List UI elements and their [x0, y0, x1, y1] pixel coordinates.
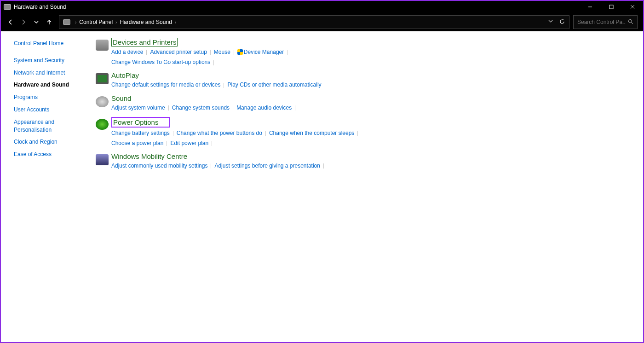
sound-icon — [96, 96, 109, 107]
link-choose-a-power-plan[interactable]: Choose a power plan — [111, 140, 163, 146]
link-manage-audio-devices[interactable]: Manage audio devices — [236, 105, 292, 111]
search-box[interactable] — [573, 15, 638, 29]
sidebar-item-programs[interactable]: Programs — [14, 93, 88, 101]
window-title: Hardware and Sound — [14, 4, 66, 10]
back-button[interactable] — [5, 16, 17, 29]
category-power-options: Power OptionsChange battery settingsChan… — [93, 117, 634, 148]
address-icon — [63, 19, 70, 25]
link-mouse[interactable]: Mouse — [214, 49, 230, 55]
recent-dropdown[interactable] — [30, 16, 42, 29]
search-icon — [628, 19, 633, 26]
app-icon — [4, 4, 11, 10]
address-bar[interactable]: › Control Panel › Hardware and Sound › — [59, 15, 569, 29]
category-devices-and-printers: Devices and PrintersAdd a deviceAdvanced… — [93, 38, 634, 67]
chevron-right-icon: › — [115, 20, 117, 25]
up-button[interactable] — [43, 16, 55, 29]
separator — [325, 83, 325, 88]
separator — [167, 141, 167, 146]
separator — [224, 83, 224, 88]
sidebar-item-system-and-security[interactable]: System and Security — [14, 57, 88, 64]
link-change-default-settings-for-media-or-devices[interactable]: Change default settings for media or dev… — [111, 81, 220, 88]
sidebar-item-ease-of-access[interactable]: Ease of Access — [14, 151, 88, 158]
main-panel: Devices and PrintersAdd a deviceAdvanced… — [93, 31, 643, 342]
separator — [295, 105, 295, 110]
link-change-when-the-computer-sleeps[interactable]: Change when the computer sleeps — [269, 130, 354, 136]
navbar: › Control Panel › Hardware and Sound › — [1, 13, 643, 31]
sidebar-item-hardware-and-sound[interactable]: Hardware and Sound — [14, 81, 88, 89]
shield-icon — [237, 49, 243, 55]
forward-button[interactable] — [17, 16, 29, 29]
category-title[interactable]: Sound — [111, 94, 131, 102]
power-icon — [96, 119, 109, 130]
separator — [265, 131, 266, 136]
autoplay-icon — [96, 73, 109, 84]
titlebar: Hardware and Sound — [1, 1, 643, 13]
printer-icon — [96, 40, 109, 51]
close-button[interactable] — [622, 1, 643, 13]
link-add-a-device[interactable]: Add a device — [111, 49, 143, 55]
separator — [287, 50, 288, 55]
category-title[interactable]: AutoPlay — [111, 71, 139, 79]
breadcrumb-hardware-and-sound[interactable]: Hardware and Sound — [120, 19, 172, 25]
link-adjust-settings-before-giving-a-presentation[interactable]: Adjust settings before giving a presenta… — [214, 163, 320, 169]
separator — [213, 60, 214, 65]
separator — [210, 50, 211, 55]
link-adjust-commonly-used-mobility-settings[interactable]: Adjust commonly used mobility settings — [111, 163, 207, 169]
separator — [212, 141, 212, 146]
separator — [168, 105, 169, 110]
address-history-dropdown[interactable] — [548, 18, 553, 26]
category-sound: SoundAdjust system volumeChange system s… — [93, 94, 634, 112]
separator — [173, 131, 173, 136]
separator — [146, 50, 147, 55]
sidebar-item-network-and-internet[interactable]: Network and Internet — [14, 69, 88, 77]
sidebar-item-clock-and-region[interactable]: Clock and Region — [14, 138, 88, 146]
maximize-button[interactable] — [601, 1, 622, 13]
link-change-system-sounds[interactable]: Change system sounds — [172, 105, 230, 111]
category-windows-mobility-centre: Windows Mobility CentreAdjust commonly u… — [93, 152, 634, 170]
sidebar-item-user-accounts[interactable]: User Accounts — [14, 106, 88, 114]
sidebar-item-appearance-and-personalisation[interactable]: Appearance and Personalisation — [14, 118, 88, 134]
link-change-windows-to-go-start-up-options[interactable]: Change Windows To Go start-up options — [111, 59, 210, 65]
sidebar: Control Panel Home System and SecurityNe… — [1, 31, 93, 342]
link-play-cds-or-other-media-automatically[interactable]: Play CDs or other media automatically — [227, 81, 321, 88]
link-adjust-system-volume[interactable]: Adjust system volume — [111, 105, 165, 111]
minimize-button[interactable] — [580, 1, 601, 13]
chevron-right-icon: › — [75, 20, 76, 25]
chevron-right-icon: › — [175, 20, 176, 25]
category-autoplay: AutoPlayChange default settings for medi… — [93, 71, 634, 89]
category-title[interactable]: Windows Mobility Centre — [111, 152, 187, 160]
svg-rect-1 — [610, 5, 613, 9]
separator — [323, 163, 324, 169]
separator — [233, 105, 233, 110]
separator — [211, 163, 211, 169]
search-input[interactable] — [577, 19, 626, 25]
breadcrumb-control-panel[interactable]: Control Panel — [79, 19, 113, 25]
svg-point-4 — [629, 19, 632, 23]
content-area: Control Panel Home System and SecurityNe… — [1, 31, 643, 342]
svg-line-5 — [632, 23, 633, 24]
link-change-battery-settings[interactable]: Change battery settings — [111, 130, 170, 136]
separator — [357, 131, 358, 136]
category-title[interactable]: Devices and Printers — [111, 38, 178, 47]
refresh-button[interactable] — [559, 18, 565, 26]
link-change-what-the-power-buttons-do[interactable]: Change what the power buttons do — [177, 130, 262, 136]
mobility-icon — [96, 154, 109, 165]
link-device-manager[interactable]: Device Manager — [237, 49, 284, 55]
link-advanced-printer-setup[interactable]: Advanced printer setup — [150, 49, 207, 55]
separator — [234, 50, 234, 55]
category-title[interactable]: Power Options — [111, 117, 170, 128]
link-edit-power-plan[interactable]: Edit power plan — [170, 140, 208, 146]
sidebar-home[interactable]: Control Panel Home — [14, 40, 88, 47]
